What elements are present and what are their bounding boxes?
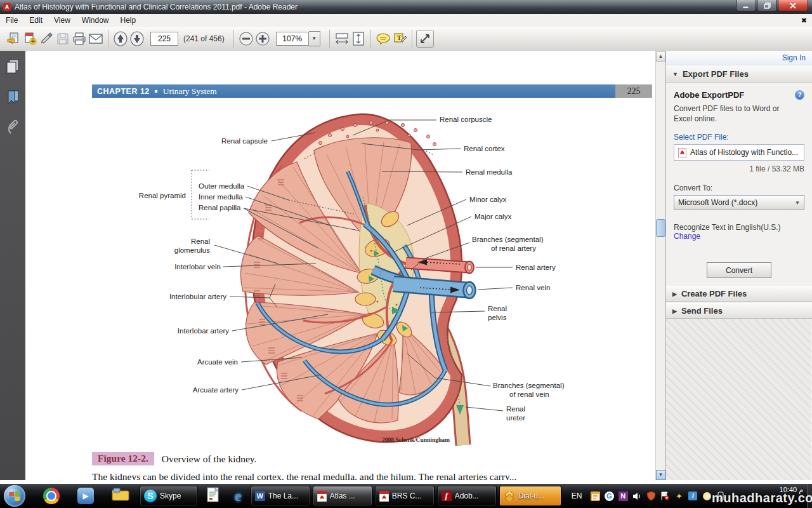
open-file-button[interactable] — [5, 30, 22, 47]
menu-window[interactable]: Window — [76, 15, 115, 26]
format-dropdown[interactable]: Microsoft Word (*.docx) ▼ — [674, 195, 804, 210]
window-titlebar[interactable]: Atlas of Histology with Functional and C… — [0, 0, 812, 15]
label-renal-artery: Renal artery — [516, 264, 556, 271]
page-number-input[interactable]: 225 — [150, 32, 178, 46]
sign-in-link[interactable]: Sign In — [782, 53, 806, 62]
previous-page-button[interactable] — [112, 30, 129, 47]
attachments-paperclip-icon[interactable] — [6, 119, 20, 137]
label-renal-papilla: Renal papilla — [199, 204, 241, 211]
send-files-section-header[interactable]: ▶ Send Files — [666, 303, 812, 319]
label-renal-medulla: Renal medulla — [466, 168, 513, 176]
taskbar-dialup-button[interactable]: Dial-u... — [499, 486, 561, 506]
menu-edit[interactable]: Edit — [23, 15, 48, 26]
zoom-dropdown-arrow[interactable]: ▼ — [309, 31, 320, 46]
taskbar-flash-label: Adob... — [455, 491, 479, 500]
window-title: Atlas of Histology with Functional and C… — [15, 3, 298, 11]
selected-file-box[interactable]: Atlas of Histology with Functio... — [674, 144, 804, 161]
tray-antivirus-shield-icon[interactable] — [645, 490, 657, 502]
print-button[interactable] — [71, 30, 88, 47]
menubar: File Edit View Window Help ✖ — [0, 14, 812, 27]
figure-caption-label: Figure 12-2. — [92, 452, 154, 465]
watermark-text: muhadharaty.com — [712, 491, 812, 505]
scrollbar-thumb[interactable] — [656, 219, 665, 237]
menubar-close-icon[interactable]: ✖ — [801, 17, 807, 25]
create-pdf-section-header[interactable]: ▶ Create PDF Files — [666, 286, 812, 302]
export-pdf-section-header[interactable]: ▼ Export PDF Files — [666, 65, 812, 83]
chrome-icon[interactable] — [43, 488, 60, 504]
adobe-reader-icon — [3, 3, 11, 11]
zoom-in-button[interactable] — [254, 30, 271, 47]
minimize-button[interactable] — [736, 0, 756, 11]
tray-info-icon[interactable]: i — [687, 490, 698, 502]
menu-help[interactable]: Help — [115, 15, 142, 26]
tray-onenote-icon[interactable]: N — [617, 490, 629, 502]
sign-pen-button[interactable] — [38, 30, 55, 47]
kidney-figure: Renal capsule Renal pyramid Outer medull… — [89, 54, 653, 479]
text-annotation-button[interactable]: T — [391, 30, 408, 47]
convert-to-label: Convert To: — [674, 184, 804, 192]
taskbar-flash-button[interactable]: f Adob... — [437, 486, 497, 506]
select-pdf-file-label[interactable]: Select PDF File: — [674, 133, 804, 142]
tray-calendar-icon[interactable] — [589, 490, 601, 502]
dialup-icon — [504, 491, 515, 501]
explorer-icon[interactable] — [112, 488, 129, 504]
dropdown-arrow-icon: ▼ — [795, 200, 800, 206]
start-button[interactable] — [4, 485, 25, 507]
tray-action-center-flag-icon[interactable] — [659, 490, 671, 502]
convert-button[interactable]: Convert — [707, 262, 771, 278]
scroll-down-arrow[interactable]: ▼ — [656, 470, 665, 480]
fit-width-button[interactable] — [334, 30, 350, 47]
create-pdf-button[interactable] — [22, 30, 38, 47]
page-thumbnails-icon[interactable] — [6, 58, 20, 75]
label-branches-artery-2: of renal artery — [491, 244, 536, 252]
fullscreen-button[interactable] — [416, 30, 434, 48]
close-button[interactable] — [778, 0, 808, 11]
notepad-doc-icon[interactable] — [207, 487, 219, 505]
screen: Atlas of Histology with Functional and C… — [0, 0, 812, 508]
zoom-level-input[interactable]: 107% — [276, 32, 309, 46]
bookmarks-icon[interactable] — [6, 89, 20, 105]
menu-view[interactable]: View — [48, 15, 76, 26]
scroll-up-arrow[interactable]: ▲ — [656, 51, 665, 62]
vertical-scrollbar[interactable] — [655, 51, 665, 480]
taskbar-skype-label: Skype — [160, 491, 181, 500]
internet-explorer-icon[interactable]: e — [235, 488, 242, 505]
label-renal-glomerulus-1: Renal — [191, 237, 210, 245]
fit-page-button[interactable] — [350, 30, 367, 47]
taskbar-word-button[interactable]: W The La... — [251, 486, 310, 506]
label-interlobar-artery: Interlobar artery — [178, 327, 229, 335]
label-arcuate-artery: Arcuate artery — [193, 386, 239, 394]
exportpdf-title: Adobe ExportPDF — [674, 90, 744, 100]
language-indicator[interactable]: EN — [572, 491, 582, 500]
recognize-text-label: Recognize Text in English(U.S.) — [674, 223, 804, 232]
label-renal-pyramid: Renal pyramid — [139, 192, 186, 199]
label-renal-ureter-2: ureter — [506, 414, 525, 422]
page-count-label: (241 of 456) — [183, 34, 225, 43]
tray-network-icon[interactable]: ✦ — [673, 490, 684, 502]
menu-file[interactable]: File — [0, 15, 23, 26]
label-renal-corpuscle: Renal corpuscle — [440, 116, 492, 123]
zoom-out-button[interactable] — [238, 30, 254, 47]
taskbar-atlas-pdf-button[interactable]: Atlas ... — [313, 486, 372, 506]
label-renal-vein: Renal vein — [516, 284, 550, 291]
help-icon[interactable]: ? — [795, 90, 804, 100]
email-button[interactable] — [88, 30, 104, 47]
taskbar-brs-pdf-button[interactable]: BRS C... — [375, 486, 435, 506]
change-link[interactable]: Change — [674, 232, 804, 241]
tray-google-icon[interactable]: G — [603, 490, 615, 502]
taskbar-skype-button[interactable]: S Skype — [140, 486, 198, 506]
selected-file-name: Atlas of Histology with Functio... — [690, 148, 798, 157]
tray-lamp-icon[interactable] — [701, 490, 712, 502]
tray-volume-icon[interactable] — [631, 490, 643, 502]
pdf-page[interactable]: CHAPTER 12 ■ Urinary System 225 — [25, 51, 655, 480]
label-branches-vein-2: of renal vein — [509, 391, 549, 398]
word-icon: W — [255, 491, 265, 501]
restore-button[interactable] — [757, 0, 777, 11]
save-button[interactable] — [55, 30, 71, 47]
media-player-icon[interactable]: ▶ — [77, 488, 94, 504]
windows-flag-icon — [9, 491, 20, 501]
next-page-button[interactable] — [129, 30, 145, 47]
label-renal-capsule: Renal capsule — [221, 137, 268, 145]
label-arcuate-vein: Arcuate vein — [197, 358, 238, 366]
comment-bubble-button[interactable] — [375, 30, 391, 47]
